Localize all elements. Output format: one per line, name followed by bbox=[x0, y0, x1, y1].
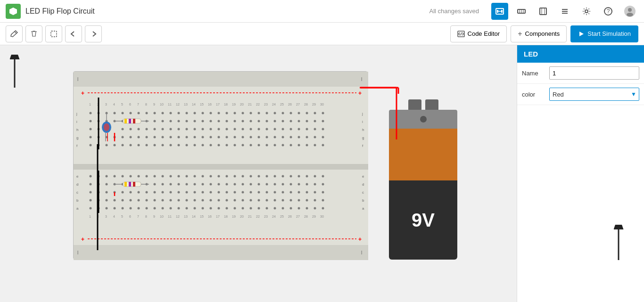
toolbar-schematic-icon[interactable] bbox=[535, 3, 552, 20]
svg-text:16: 16 bbox=[208, 103, 212, 106]
forward-button[interactable] bbox=[85, 25, 102, 42]
svg-text:14: 14 bbox=[192, 103, 196, 106]
svg-marker-0 bbox=[9, 8, 17, 15]
svg-point-229 bbox=[210, 136, 212, 139]
app-icon bbox=[6, 4, 21, 19]
svg-point-175 bbox=[242, 120, 244, 122]
svg-point-380 bbox=[218, 199, 220, 202]
svg-point-392 bbox=[314, 199, 316, 202]
color-select[interactable]: Green Yellow Orange Blue Red bbox=[549, 88, 639, 101]
svg-text:j: j bbox=[362, 112, 363, 116]
svg-point-406 bbox=[186, 207, 188, 210]
svg-point-185 bbox=[322, 120, 324, 122]
svg-point-239 bbox=[290, 136, 292, 139]
svg-text:b: b bbox=[362, 198, 364, 203]
select-tool-button[interactable] bbox=[45, 25, 62, 42]
start-simulation-button[interactable]: Start Simulation bbox=[570, 25, 638, 42]
back-button[interactable] bbox=[65, 25, 82, 42]
svg-point-379 bbox=[210, 199, 212, 202]
svg-point-267 bbox=[274, 144, 276, 147]
svg-point-233 bbox=[242, 136, 244, 139]
svg-point-209 bbox=[290, 128, 292, 131]
breadboard[interactable]: l l + + l l + + 123 bbox=[73, 71, 368, 260]
svg-text:+: + bbox=[358, 90, 362, 97]
svg-point-282 bbox=[154, 175, 156, 178]
svg-text:14: 14 bbox=[192, 215, 196, 218]
code-editor-button[interactable]: Code Editor bbox=[450, 25, 507, 42]
svg-rect-33 bbox=[74, 72, 368, 87]
svg-point-210 bbox=[298, 128, 300, 131]
svg-point-299 bbox=[290, 175, 292, 178]
color-label: color bbox=[522, 91, 545, 98]
toolbar-breadboard-icon[interactable] bbox=[513, 3, 530, 20]
right-action-buttons: Code Editor + Components Start Simulatio… bbox=[450, 25, 638, 42]
svg-point-371 bbox=[146, 199, 148, 202]
svg-point-242 bbox=[314, 136, 316, 139]
svg-point-377 bbox=[194, 199, 196, 202]
svg-point-201 bbox=[226, 128, 228, 131]
toolbar-gear-icon[interactable] bbox=[578, 3, 595, 20]
svg-point-232 bbox=[234, 136, 236, 139]
svg-text:15: 15 bbox=[200, 215, 204, 218]
led-name-input[interactable] bbox=[549, 66, 639, 80]
svg-text:3: 3 bbox=[105, 103, 107, 106]
battery: 9V bbox=[389, 99, 457, 274]
delete-tool-button[interactable] bbox=[25, 25, 42, 42]
svg-text:9: 9 bbox=[153, 215, 155, 218]
svg-point-199 bbox=[210, 128, 212, 131]
toolbar-user-icon[interactable] bbox=[621, 3, 638, 20]
svg-text:10: 10 bbox=[160, 215, 164, 218]
svg-text:27: 27 bbox=[296, 215, 300, 218]
svg-text:25: 25 bbox=[280, 103, 284, 106]
svg-point-166 bbox=[170, 120, 172, 122]
name-label: Name bbox=[522, 70, 545, 77]
svg-point-131 bbox=[130, 112, 132, 114]
svg-point-247 bbox=[114, 144, 116, 147]
svg-point-349 bbox=[210, 191, 212, 194]
components-button[interactable]: + Components bbox=[511, 25, 567, 42]
svg-point-281 bbox=[146, 175, 148, 178]
svg-point-283 bbox=[162, 175, 164, 178]
svg-point-139 bbox=[194, 112, 196, 114]
svg-text:11: 11 bbox=[168, 215, 172, 218]
svg-point-143 bbox=[226, 112, 228, 114]
svg-point-325 bbox=[258, 183, 260, 186]
svg-text:21: 21 bbox=[248, 103, 252, 106]
canvas-area[interactable]: l l + + l l + + 123 bbox=[0, 45, 517, 302]
toolbar-help-icon[interactable]: ? bbox=[600, 3, 617, 20]
svg-point-363 bbox=[322, 191, 324, 194]
color-select-container: Green Yellow Orange Blue Red ▼ bbox=[549, 88, 639, 101]
svg-point-421 bbox=[306, 207, 308, 210]
svg-point-388 bbox=[282, 199, 284, 202]
toolbar-list-icon[interactable] bbox=[556, 3, 573, 20]
svg-point-352 bbox=[234, 191, 236, 194]
draw-tool-button[interactable] bbox=[6, 25, 23, 42]
svg-point-207 bbox=[274, 128, 276, 131]
svg-text:23: 23 bbox=[264, 215, 268, 218]
svg-text:g: g bbox=[362, 136, 364, 140]
svg-point-264 bbox=[250, 144, 252, 147]
svg-point-321 bbox=[226, 183, 228, 186]
svg-text:i: i bbox=[76, 120, 77, 124]
svg-point-203 bbox=[242, 128, 244, 131]
svg-text:+: + bbox=[81, 236, 84, 243]
svg-point-404 bbox=[170, 207, 172, 210]
svg-text:13: 13 bbox=[184, 215, 188, 218]
svg-point-177 bbox=[258, 120, 260, 122]
svg-point-15 bbox=[585, 10, 588, 13]
svg-point-130 bbox=[122, 112, 124, 114]
svg-point-418 bbox=[282, 207, 284, 210]
svg-point-313 bbox=[162, 183, 164, 186]
svg-point-391 bbox=[306, 199, 308, 202]
svg-rect-437 bbox=[133, 119, 135, 123]
svg-point-182 bbox=[298, 120, 300, 122]
svg-point-298 bbox=[282, 175, 284, 178]
svg-point-255 bbox=[178, 144, 180, 147]
svg-text:19: 19 bbox=[232, 103, 236, 106]
toolbar-film-icon[interactable] bbox=[491, 3, 508, 20]
svg-point-361 bbox=[306, 191, 308, 194]
svg-point-382 bbox=[234, 199, 236, 202]
svg-point-422 bbox=[314, 207, 316, 210]
svg-text:l: l bbox=[77, 250, 78, 255]
svg-text:23: 23 bbox=[264, 103, 268, 106]
